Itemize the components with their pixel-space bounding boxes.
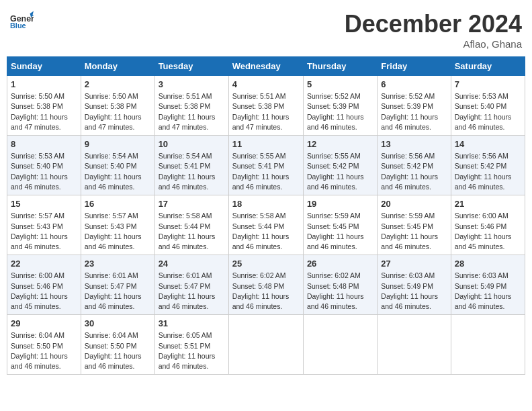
day-number: 17	[159, 198, 225, 210]
calendar-cell: 28Sunrise: 6:03 AM Sunset: 5:49 PM Dayli…	[451, 255, 525, 315]
day-number: 26	[307, 258, 373, 270]
day-info: Sunrise: 5:56 AM Sunset: 5:42 PM Dayligh…	[455, 151, 521, 192]
day-number: 10	[159, 138, 225, 150]
day-info: Sunrise: 6:03 AM Sunset: 5:49 PM Dayligh…	[381, 271, 447, 312]
calendar-week-row: 1Sunrise: 5:50 AM Sunset: 5:38 PM Daylig…	[7, 76, 525, 136]
calendar-cell	[378, 315, 451, 375]
day-info: Sunrise: 5:52 AM Sunset: 5:39 PM Dayligh…	[307, 91, 373, 132]
calendar-cell: 27Sunrise: 6:03 AM Sunset: 5:49 PM Dayli…	[378, 255, 451, 315]
day-info: Sunrise: 5:52 AM Sunset: 5:39 PM Dayligh…	[381, 91, 447, 132]
calendar-day-header: Monday	[81, 57, 154, 76]
calendar-header-row: SundayMondayTuesdayWednesdayThursdayFrid…	[7, 57, 525, 76]
calendar-table: SundayMondayTuesdayWednesdayThursdayFrid…	[7, 56, 525, 375]
calendar-cell: 29Sunrise: 6:04 AM Sunset: 5:50 PM Dayli…	[7, 315, 81, 375]
day-info: Sunrise: 5:56 AM Sunset: 5:42 PM Dayligh…	[381, 151, 447, 192]
day-number: 15	[11, 198, 77, 210]
day-info: Sunrise: 5:58 AM Sunset: 5:44 PM Dayligh…	[159, 211, 225, 252]
calendar-cell: 6Sunrise: 5:52 AM Sunset: 5:39 PM Daylig…	[378, 76, 451, 136]
calendar-cell: 7Sunrise: 5:53 AM Sunset: 5:40 PM Daylig…	[451, 76, 525, 136]
day-info: Sunrise: 5:54 AM Sunset: 5:41 PM Dayligh…	[159, 151, 225, 192]
day-number: 30	[85, 318, 151, 330]
day-number: 24	[159, 258, 225, 270]
calendar-cell: 10Sunrise: 5:54 AM Sunset: 5:41 PM Dayli…	[154, 136, 228, 195]
calendar-week-row: 15Sunrise: 5:57 AM Sunset: 5:43 PM Dayli…	[7, 195, 525, 255]
calendar-cell: 17Sunrise: 5:58 AM Sunset: 5:44 PM Dayli…	[154, 195, 228, 255]
day-number: 22	[11, 258, 77, 270]
calendar-cell	[451, 315, 525, 375]
day-info: Sunrise: 5:50 AM Sunset: 5:38 PM Dayligh…	[11, 91, 77, 132]
calendar-cell: 31Sunrise: 6:05 AM Sunset: 5:51 PM Dayli…	[154, 315, 228, 375]
calendar-day-header: Sunday	[7, 57, 81, 76]
calendar-cell: 12Sunrise: 5:55 AM Sunset: 5:42 PM Dayli…	[303, 136, 377, 195]
calendar-cell: 2Sunrise: 5:50 AM Sunset: 5:38 PM Daylig…	[81, 76, 154, 136]
day-number: 12	[307, 138, 373, 150]
day-number: 11	[232, 138, 300, 150]
day-number: 21	[455, 198, 521, 210]
day-number: 13	[381, 138, 447, 150]
day-number: 9	[85, 138, 151, 150]
calendar-body: 1Sunrise: 5:50 AM Sunset: 5:38 PM Daylig…	[7, 76, 525, 375]
calendar-cell: 24Sunrise: 6:01 AM Sunset: 5:47 PM Dayli…	[154, 255, 228, 315]
day-number: 4	[232, 79, 300, 91]
day-info: Sunrise: 5:57 AM Sunset: 5:43 PM Dayligh…	[85, 211, 151, 252]
day-number: 1	[11, 79, 77, 91]
day-info: Sunrise: 5:59 AM Sunset: 5:45 PM Dayligh…	[307, 211, 373, 252]
calendar-cell: 8Sunrise: 5:53 AM Sunset: 5:40 PM Daylig…	[7, 136, 81, 195]
day-info: Sunrise: 5:59 AM Sunset: 5:45 PM Dayligh…	[381, 211, 447, 252]
calendar-cell: 3Sunrise: 5:51 AM Sunset: 5:38 PM Daylig…	[154, 76, 228, 136]
calendar-cell: 5Sunrise: 5:52 AM Sunset: 5:39 PM Daylig…	[303, 76, 377, 136]
calendar-cell: 21Sunrise: 6:00 AM Sunset: 5:46 PM Dayli…	[451, 195, 525, 255]
calendar-cell: 25Sunrise: 6:02 AM Sunset: 5:48 PM Dayli…	[228, 255, 303, 315]
title-area: December 2024 Aflao, Ghana	[345, 10, 522, 50]
day-info: Sunrise: 5:54 AM Sunset: 5:40 PM Dayligh…	[85, 151, 151, 192]
calendar-day-header: Wednesday	[228, 57, 303, 76]
day-info: Sunrise: 5:58 AM Sunset: 5:44 PM Dayligh…	[232, 211, 300, 252]
day-info: Sunrise: 6:05 AM Sunset: 5:51 PM Dayligh…	[159, 330, 225, 371]
day-info: Sunrise: 5:51 AM Sunset: 5:38 PM Dayligh…	[232, 91, 300, 132]
day-info: Sunrise: 5:55 AM Sunset: 5:41 PM Dayligh…	[232, 151, 300, 192]
calendar-cell: 13Sunrise: 5:56 AM Sunset: 5:42 PM Dayli…	[378, 136, 451, 195]
calendar-week-row: 8Sunrise: 5:53 AM Sunset: 5:40 PM Daylig…	[7, 136, 525, 195]
day-number: 23	[85, 258, 151, 270]
calendar-cell: 19Sunrise: 5:59 AM Sunset: 5:45 PM Dayli…	[303, 195, 377, 255]
calendar-cell: 11Sunrise: 5:55 AM Sunset: 5:41 PM Dayli…	[228, 136, 303, 195]
calendar-cell: 14Sunrise: 5:56 AM Sunset: 5:42 PM Dayli…	[451, 136, 525, 195]
day-number: 16	[85, 198, 151, 210]
calendar-cell: 22Sunrise: 6:00 AM Sunset: 5:46 PM Dayli…	[7, 255, 81, 315]
calendar-cell: 1Sunrise: 5:50 AM Sunset: 5:38 PM Daylig…	[7, 76, 81, 136]
day-number: 29	[11, 318, 77, 330]
day-info: Sunrise: 5:53 AM Sunset: 5:40 PM Dayligh…	[455, 91, 521, 132]
calendar-cell	[303, 315, 377, 375]
logo: General Blue	[10, 10, 34, 30]
day-info: Sunrise: 6:02 AM Sunset: 5:48 PM Dayligh…	[232, 271, 300, 312]
calendar-cell: 20Sunrise: 5:59 AM Sunset: 5:45 PM Dayli…	[378, 195, 451, 255]
month-title: December 2024	[345, 10, 522, 38]
day-info: Sunrise: 6:00 AM Sunset: 5:46 PM Dayligh…	[11, 271, 77, 312]
day-info: Sunrise: 5:50 AM Sunset: 5:38 PM Dayligh…	[85, 91, 151, 132]
day-number: 25	[232, 258, 300, 270]
calendar-day-header: Friday	[378, 57, 451, 76]
calendar-cell: 15Sunrise: 5:57 AM Sunset: 5:43 PM Dayli…	[7, 195, 81, 255]
day-info: Sunrise: 5:53 AM Sunset: 5:40 PM Dayligh…	[11, 151, 77, 192]
day-number: 8	[11, 138, 77, 150]
calendar-week-row: 29Sunrise: 6:04 AM Sunset: 5:50 PM Dayli…	[7, 315, 525, 375]
day-number: 3	[159, 79, 225, 91]
day-number: 2	[85, 79, 151, 91]
day-number: 28	[455, 258, 521, 270]
calendar-cell: 16Sunrise: 5:57 AM Sunset: 5:43 PM Dayli…	[81, 195, 154, 255]
day-info: Sunrise: 6:01 AM Sunset: 5:47 PM Dayligh…	[159, 271, 225, 312]
calendar-week-row: 22Sunrise: 6:00 AM Sunset: 5:46 PM Dayli…	[7, 255, 525, 315]
day-info: Sunrise: 6:04 AM Sunset: 5:50 PM Dayligh…	[85, 330, 151, 371]
calendar-cell: 23Sunrise: 6:01 AM Sunset: 5:47 PM Dayli…	[81, 255, 154, 315]
calendar-day-header: Thursday	[303, 57, 377, 76]
day-info: Sunrise: 6:00 AM Sunset: 5:46 PM Dayligh…	[455, 211, 521, 252]
day-info: Sunrise: 5:55 AM Sunset: 5:42 PM Dayligh…	[307, 151, 373, 192]
day-number: 20	[381, 198, 447, 210]
svg-text:Blue: Blue	[10, 21, 26, 30]
calendar-cell: 9Sunrise: 5:54 AM Sunset: 5:40 PM Daylig…	[81, 136, 154, 195]
day-number: 27	[381, 258, 447, 270]
day-number: 14	[455, 138, 521, 150]
calendar-day-header: Tuesday	[154, 57, 228, 76]
day-info: Sunrise: 6:02 AM Sunset: 5:48 PM Dayligh…	[307, 271, 373, 312]
day-number: 7	[455, 79, 521, 91]
